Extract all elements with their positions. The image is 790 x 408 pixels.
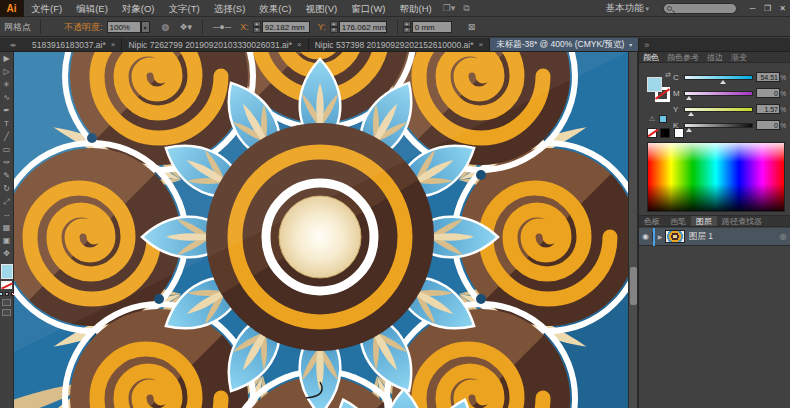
slider-thumb[interactable] — [688, 112, 694, 116]
vertical-scrollbar[interactable] — [628, 52, 638, 408]
y-field[interactable]: 176.062 mm — [339, 21, 387, 33]
yellow-value-field[interactable]: 1.57 — [756, 104, 780, 114]
chevron-down-icon[interactable]: ▾ — [629, 41, 632, 48]
gradient-button[interactable] — [5, 292, 9, 296]
menu-help[interactable]: 帮助(H) — [393, 0, 439, 17]
cyan-slider[interactable] — [684, 75, 753, 80]
hand-tool[interactable]: ✥ — [0, 247, 14, 260]
magenta-slider[interactable] — [684, 91, 753, 96]
magenta-value-field[interactable]: 0 — [756, 88, 780, 98]
color-spectrum[interactable] — [647, 142, 785, 212]
tab-layers[interactable]: 图层 — [691, 216, 717, 226]
menu-window[interactable]: 窗口(W) — [344, 0, 392, 17]
doc-tab-1[interactable]: 5183916183037.ai* × — [26, 38, 122, 51]
swap-fill-stroke-icon[interactable]: ⇄ — [665, 71, 671, 79]
line-tool[interactable]: ╱ — [0, 130, 14, 143]
none-swatch[interactable] — [647, 128, 657, 138]
bridge-icon[interactable]: ⧉ — [459, 3, 473, 14]
arrange-documents-icon[interactable]: ❐▾ — [439, 3, 460, 13]
magic-wand-tool[interactable]: ✳ — [0, 78, 14, 91]
tab-color-guide[interactable]: 颜色参考 — [663, 52, 703, 63]
out-of-gamut-icon[interactable]: ⚠ — [649, 115, 655, 123]
opacity-mask-icon[interactable]: ◍ — [162, 22, 170, 32]
white-swatch[interactable] — [674, 128, 684, 138]
opacity-field[interactable]: 100% — [107, 21, 141, 33]
scrollbar-thumb[interactable] — [630, 267, 637, 305]
menu-file[interactable]: 文件(F) — [24, 0, 69, 17]
width-stepper[interactable]: ▲▼ — [403, 21, 411, 33]
tab-scroll-arrows[interactable]: ◂▸ — [0, 38, 26, 51]
canvas-viewport[interactable] — [14, 52, 628, 408]
rotate-tool[interactable]: ↻ — [0, 182, 14, 195]
y-stepper[interactable]: ▲▼ — [330, 21, 338, 33]
doc-tab-active[interactable]: 未标题-38* @ 400% (CMYK/预览) ▾ — [490, 38, 639, 51]
close-button[interactable]: ✕ — [775, 4, 790, 13]
close-icon[interactable]: × — [111, 40, 116, 49]
slider-thumb[interactable] — [720, 80, 726, 84]
minimize-button[interactable]: ─ — [745, 4, 760, 13]
fill-proxy-swatch[interactable] — [647, 77, 662, 92]
slider-thumb[interactable] — [686, 96, 692, 100]
close-icon[interactable]: × — [297, 40, 302, 49]
draw-mode-button[interactable] — [2, 299, 11, 306]
style-options-icon[interactable]: ❖▾ — [179, 22, 192, 32]
tab-swatches[interactable]: 色板 — [639, 216, 665, 226]
pen-tool[interactable]: ✒ — [0, 104, 14, 117]
selection-tool[interactable]: ▶ — [0, 52, 14, 65]
menu-object[interactable]: 对象(O) — [115, 0, 162, 17]
free-transform-icon[interactable]: ⊠ — [468, 22, 476, 32]
pencil-tool[interactable]: ✎ — [0, 169, 14, 182]
tab-overflow-button[interactable]: » — [639, 38, 654, 51]
close-icon[interactable]: × — [478, 40, 483, 49]
x-stepper[interactable]: ▲▼ — [253, 21, 261, 33]
slider-thumb[interactable] — [686, 128, 692, 132]
fill-color-swatch[interactable] — [1, 264, 13, 279]
layer-thumbnail[interactable] — [665, 230, 685, 243]
menu-edit[interactable]: 编辑(E) — [69, 0, 115, 17]
x-field[interactable]: 92.182 mm — [262, 21, 310, 33]
doc-tab-2[interactable]: Nipic 7262799 20190920103330026031.ai* × — [122, 38, 308, 51]
menu-type[interactable]: 文字(T) — [162, 0, 207, 17]
search-input[interactable] — [663, 3, 737, 14]
control-bar: 网格点 不透明度: 100% ▾ ◍ ❖▾ ─●─ X: ▲▼ 92.182 m… — [0, 18, 790, 37]
gamut-color-swatch[interactable] — [659, 115, 667, 123]
layer-target-icon[interactable]: ◎ — [775, 232, 790, 241]
type-tool[interactable]: T — [0, 117, 14, 130]
rectangle-tool[interactable]: ▭ — [0, 143, 14, 156]
yellow-slider[interactable] — [684, 107, 753, 112]
black-value-field[interactable]: 0 — [756, 120, 780, 130]
menu-select[interactable]: 选择(S) — [207, 0, 253, 17]
restore-button[interactable]: ❐ — [760, 4, 775, 13]
workspace-switcher[interactable]: 基本功能▾ — [599, 2, 655, 15]
layer-row[interactable]: ◉ ▶ 图层 1 ◎ — [639, 228, 790, 246]
perspective-grid-tool[interactable]: ▦ — [0, 221, 14, 234]
width-field[interactable]: 0 mm — [412, 21, 452, 33]
tab-stroke[interactable]: 描边 — [703, 52, 727, 63]
opacity-dropdown-button[interactable]: ▾ — [141, 21, 150, 33]
screen-mode-button[interactable] — [2, 309, 11, 316]
opacity-label[interactable]: 不透明度: — [64, 21, 103, 34]
black-slider[interactable] — [684, 123, 753, 128]
stroke-color-swatch[interactable] — [1, 281, 12, 289]
menu-effect[interactable]: 效果(C) — [252, 0, 298, 17]
layer-name[interactable]: 图层 1 — [689, 231, 775, 243]
scale-tool[interactable]: ⤢ — [0, 195, 14, 208]
tab-pathfinder[interactable]: 路径查找器 — [717, 216, 767, 226]
cyan-value-field[interactable]: 54.51 — [756, 72, 780, 82]
tab-color[interactable]: 颜色 — [639, 52, 663, 63]
width-tool[interactable]: ↔ — [0, 208, 14, 221]
menu-view[interactable]: 视图(V) — [299, 0, 345, 17]
black-swatch[interactable] — [660, 128, 670, 138]
visibility-eye-icon[interactable]: ◉ — [639, 232, 653, 241]
doc-tab-label: 5183916183037.ai* — [32, 40, 106, 50]
tab-brushes[interactable]: 画笔 — [665, 216, 691, 226]
lasso-tool[interactable]: ∿ — [0, 91, 14, 104]
tab-gradient[interactable]: 渐变 — [727, 52, 751, 63]
chevron-down-icon: ▾ — [645, 5, 649, 12]
direct-selection-tool[interactable]: ▷ — [0, 65, 14, 78]
expand-arrow-icon[interactable]: ▶ — [655, 233, 665, 240]
color-button[interactable] — [0, 292, 3, 296]
paintbrush-tool[interactable]: ✑ — [0, 156, 14, 169]
doc-tab-3[interactable]: Nipic 537398 20190929202152610000.ai* × — [309, 38, 490, 51]
artboard-tool[interactable]: ▣ — [0, 234, 14, 247]
